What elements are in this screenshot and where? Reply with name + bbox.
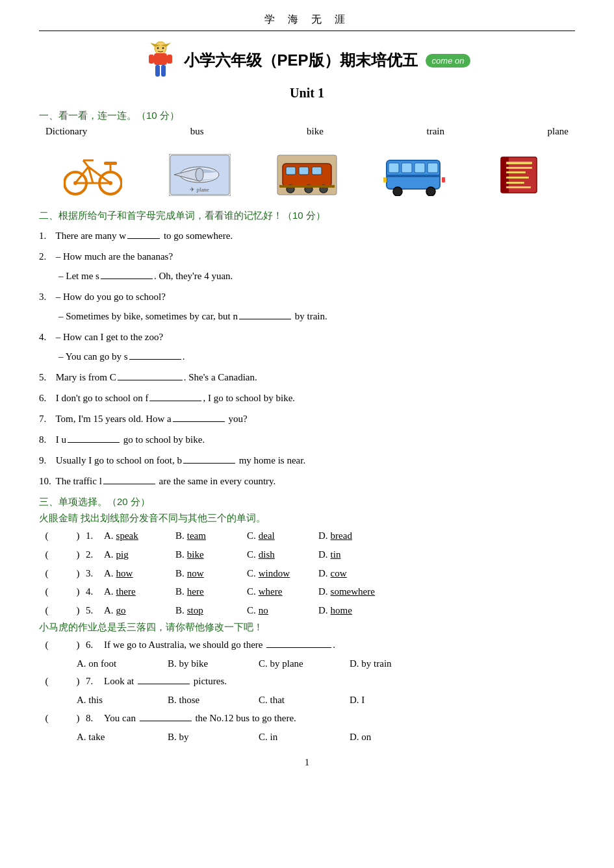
svg-rect-43 [415, 163, 425, 173]
section2-list: 1. There are many w to go somewhere. 2. … [39, 226, 575, 491]
svg-rect-34 [299, 167, 309, 175]
mcq-section-2: ( ) 6. If we go to Australia, we should … [39, 636, 575, 747]
images-row: ✈ plane [39, 146, 575, 203]
page-number: 1 [39, 758, 575, 768]
mcq-row: ( ) 4. A.there B.here C.where D.somewher… [39, 583, 575, 601]
image-train [275, 151, 340, 198]
svg-rect-4 [149, 55, 154, 64]
list-item: 7. Tom, I'm 15 years old. How a you? [39, 409, 575, 428]
list-item: 9. Usually I go to school on foot, b my … [39, 451, 575, 470]
mcq-row: ( ) 3. A.how B.now C.window D.cow [39, 565, 575, 583]
mcq-row: ( ) 1. A.speak B.team C.deal D.bread [39, 527, 575, 545]
list-item: 6. I don't go to school on f, I go to sc… [39, 388, 575, 408]
svg-point-28 [196, 168, 203, 181]
mcq-options-row: A. on foot B. by bike C. by plane D. by … [39, 655, 575, 673]
svg-text:✈ plane: ✈ plane [190, 186, 209, 193]
svg-rect-35 [312, 167, 322, 175]
list-item: 1. There are many w to go somewhere. [39, 226, 575, 245]
list-item: 3. – How do you go to school? – Sometime… [39, 287, 575, 326]
svg-rect-45 [387, 175, 440, 177]
svg-rect-56 [506, 182, 524, 184]
svg-rect-21 [104, 162, 117, 165]
svg-point-46 [393, 187, 402, 196]
words-row: Dictionary bus bike train plane [39, 126, 575, 137]
svg-rect-39 [279, 185, 335, 188]
section3-title: 三、单项选择。（20 分） [39, 496, 575, 508]
come-on-badge: come on [426, 54, 471, 68]
mcq-row: ( ) 6. If we go to Australia, we should … [39, 636, 575, 654]
svg-rect-54 [506, 171, 526, 173]
svg-rect-52 [506, 162, 532, 164]
svg-rect-3 [154, 53, 167, 65]
list-item: 2. – How much are the bananas? – Let me … [39, 247, 575, 286]
word-bike: bike [307, 126, 324, 137]
list-item: 4. – How can I get to the zoo? – You can… [39, 327, 575, 366]
image-dictionary [489, 151, 554, 198]
svg-rect-33 [286, 167, 296, 175]
svg-rect-44 [428, 163, 438, 173]
page: 学 海 无 涯 小学六年级（PEP版）期末培优五 come on Unit 1 … [0, 0, 614, 868]
svg-rect-57 [506, 186, 531, 188]
mcq-section-1: ( ) 1. A.speak B.team C.deal D.bread ( )… [39, 527, 575, 620]
main-title: 小学六年级（PEP版）期末培优五 [184, 50, 418, 71]
svg-rect-7 [161, 65, 166, 77]
word-plane: plane [548, 126, 569, 137]
list-item: 5. Mary is from C. She's a Canadian. [39, 367, 575, 387]
list-item: 8. I u go to school by bike. [39, 430, 575, 449]
section3-sub1-title: 火眼金睛 找出划线部分发音不同与其他三个的单词。 [39, 512, 575, 525]
svg-point-9 [162, 47, 164, 49]
svg-rect-55 [506, 177, 529, 179]
word-train: train [426, 126, 444, 137]
svg-rect-48 [383, 177, 387, 182]
svg-rect-49 [442, 177, 445, 182]
image-bicycle [60, 151, 125, 198]
svg-rect-41 [389, 163, 399, 173]
svg-rect-53 [506, 167, 532, 169]
svg-rect-42 [402, 163, 412, 173]
unit-title: Unit 1 [39, 86, 575, 101]
image-bus [382, 151, 447, 198]
mcq-row: ( ) 8. You can the No.12 bus to go there… [39, 710, 575, 728]
title-row: 小学六年级（PEP版）期末培优五 come on [39, 42, 575, 79]
svg-point-47 [426, 187, 435, 196]
word-bus: bus [190, 126, 204, 137]
section1-title: 一、看一看，连一连。（10 分） [39, 110, 575, 122]
svg-point-0 [155, 42, 166, 55]
mcq-row: ( ) 5. A.go B.stop C.no D.home [39, 602, 575, 620]
mcq-row: ( ) 2. A.pig B.bike C.dish D.tin [39, 546, 575, 564]
image-plane: ✈ plane [168, 151, 233, 198]
section3-sub2-title: 小马虎的作业总是丢三落四，请你帮他修改一下吧！ [39, 621, 575, 634]
header-title: 学 海 无 涯 [39, 13, 575, 31]
svg-point-8 [157, 47, 159, 49]
mcq-row: ( ) 7. Look at pictures. [39, 673, 575, 691]
mascot-icon [144, 42, 177, 79]
word-dictionary: Dictionary [45, 126, 87, 137]
svg-rect-5 [167, 55, 172, 64]
mcq-options-row: A. this B. those C. that D. I [39, 691, 575, 710]
list-item: 10. The traffic l are the same in every … [39, 471, 575, 491]
section2-title: 二、根据所给句子和首字母完成单词，看看谁的记忆好！（10 分） [39, 210, 575, 222]
mcq-options-row: A. take B. by C. in D. on [39, 728, 575, 747]
svg-rect-6 [155, 65, 160, 77]
